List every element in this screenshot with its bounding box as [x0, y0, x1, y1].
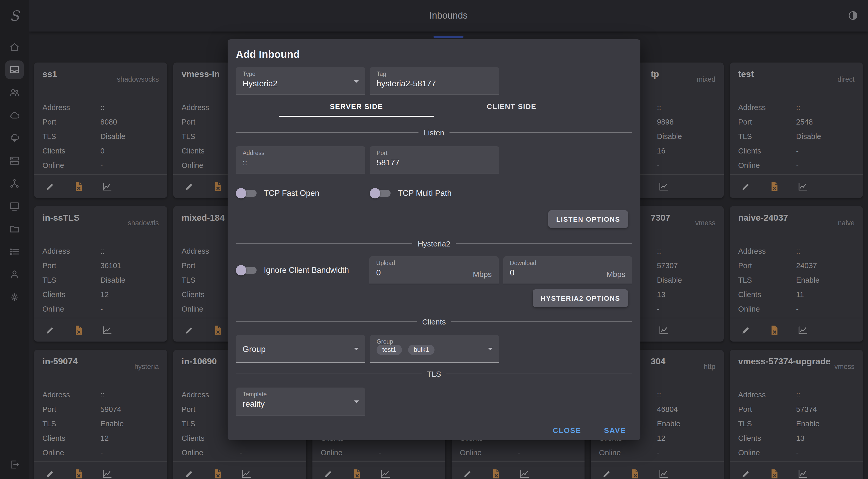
- switch-thumb: [370, 188, 380, 198]
- tcp-fast-open-switch[interactable]: TCP Fast Open: [236, 186, 319, 201]
- field-label: Group: [377, 338, 492, 345]
- group-chip[interactable]: bulk1: [408, 345, 435, 355]
- tag-value: hysteria2-58177: [377, 79, 492, 88]
- type-select[interactable]: Type Hysteria2: [236, 67, 365, 95]
- listen-port-value: 58177: [377, 158, 492, 167]
- chevron-down-icon: [354, 348, 359, 353]
- switch-track: [371, 190, 391, 197]
- tab-client-side[interactable]: CLIENT SIDE: [434, 98, 589, 117]
- switch-label: TCP Multi Path: [398, 189, 452, 198]
- dialog-actions: CLOSE SAVE: [236, 423, 629, 438]
- upload-unit: Mbps: [473, 270, 492, 278]
- save-button[interactable]: SAVE: [601, 426, 629, 435]
- listen-address-input[interactable]: Address ::: [236, 146, 365, 174]
- client-group-select[interactable]: Group: [236, 335, 365, 363]
- type-value: Hysteria2: [243, 79, 359, 88]
- group-chip[interactable]: test1: [377, 345, 402, 355]
- download-input[interactable]: Download 0 Mbps: [503, 256, 632, 284]
- listen-port-input[interactable]: Port 58177: [370, 146, 499, 174]
- tcp-multi-path-switch[interactable]: TCP Multi Path: [370, 186, 452, 201]
- field-label: Port: [377, 150, 492, 156]
- side-tabs: SERVER SIDE CLIENT SIDE: [279, 98, 589, 117]
- section-hysteria2: Hysteria2: [236, 238, 632, 248]
- field-label: Template: [243, 391, 359, 397]
- upload-input[interactable]: Upload 0 Mbps: [370, 256, 499, 284]
- field-label: Upload: [376, 260, 492, 266]
- listen-address-value: ::: [243, 158, 359, 167]
- listen-options-button[interactable]: LISTEN OPTIONS: [549, 210, 628, 228]
- field-label: Tag: [377, 71, 492, 77]
- download-unit: Mbps: [607, 270, 625, 278]
- chevron-down-icon: [354, 80, 359, 85]
- switch-thumb: [236, 265, 246, 275]
- add-inbound-dialog: Add Inbound Type Hysteria2 Tag hysteria2…: [227, 39, 641, 440]
- switch-track: [238, 190, 256, 197]
- group-multiselect[interactable]: Group test1 bulk1: [370, 335, 499, 363]
- field-label: Download: [510, 260, 625, 266]
- section-tls: TLS: [236, 368, 632, 379]
- tag-input[interactable]: Tag hysteria2-58177: [370, 67, 499, 95]
- chevron-down-icon: [354, 401, 359, 406]
- tab-server-side[interactable]: SERVER SIDE: [279, 98, 434, 117]
- section-clients: Clients: [236, 316, 632, 327]
- section-listen: Listen: [236, 127, 632, 137]
- field-label: Address: [243, 150, 359, 156]
- app-window: S: [0, 0, 868, 479]
- field-label: Type: [243, 71, 359, 77]
- switch-thumb: [236, 188, 246, 198]
- close-button[interactable]: CLOSE: [550, 426, 584, 435]
- ignore-client-bandwidth-switch[interactable]: Ignore Client Bandwidth: [236, 263, 349, 277]
- tls-template-value: reality: [243, 400, 359, 409]
- group-chips: test1 bulk1: [377, 345, 438, 353]
- switch-track: [238, 267, 256, 274]
- client-group-value: Group: [243, 345, 359, 354]
- switch-label: TCP Fast Open: [264, 189, 319, 198]
- switch-label: Ignore Client Bandwidth: [264, 266, 349, 275]
- dialog-title: Add Inbound: [236, 47, 632, 61]
- chevron-down-icon: [488, 348, 493, 353]
- hysteria2-options-button[interactable]: HYSTERIA2 OPTIONS: [533, 289, 628, 307]
- tls-template-select[interactable]: Template reality: [236, 387, 365, 415]
